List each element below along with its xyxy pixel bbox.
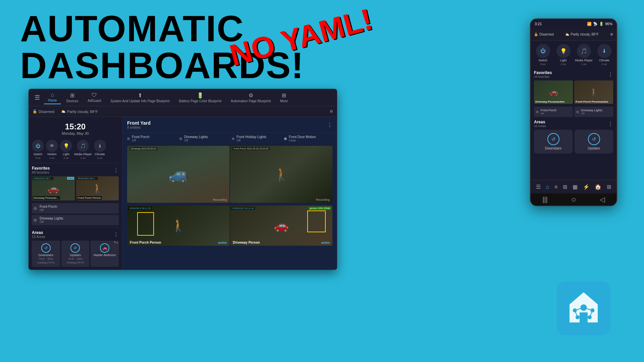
title-line1: AUTOMATIC bbox=[20, 10, 228, 47]
frontporch-entity[interactable]: Front Porch Off bbox=[127, 135, 175, 142]
entity-row: Front Porch Off Driveway Lights Off Fron… bbox=[122, 133, 337, 144]
nav-item-home[interactable]: ⌂ Home bbox=[44, 90, 61, 104]
frontporch-cam-thumb[interactable]: 05/30/2022 09:1... 🚶 Front Porch Person bbox=[76, 176, 119, 200]
downstairs-icon: ↺ bbox=[41, 243, 51, 253]
drivelight-name: Driveway Lights bbox=[40, 217, 63, 220]
ha-right-node bbox=[590, 308, 594, 312]
phone-favorites-header: Favorites All favorites ⋮ bbox=[531, 69, 616, 79]
frontporch-clip-person-icon: 🚶 bbox=[171, 219, 186, 233]
driveway-clip[interactable]: 🚗 05/30/2022 09:11:42 person: 83% 23548 … bbox=[230, 205, 332, 246]
phone-bottom-navbar: ☰ ⌂ ≡ ⊞ ▦ ⚡ 🏠 ⊞ bbox=[531, 180, 616, 193]
phone-switch-device[interactable]: ⏻ Switch 5 on bbox=[534, 44, 552, 66]
nav-item-system[interactable]: ⬆ System And Update Info Page Blueprint bbox=[106, 91, 173, 104]
driveway-feed-bg: 🚙 bbox=[127, 146, 229, 203]
upstairs-name: Upstairs bbox=[70, 253, 81, 257]
frontporch-light-name: Front Porch bbox=[40, 205, 57, 208]
nav-adguard-label: AdGuard bbox=[88, 99, 101, 103]
nav-more-label: More bbox=[280, 99, 288, 103]
android-recents-btn[interactable]: ◁ bbox=[600, 195, 605, 203]
motion-device[interactable]: 👁 Motion 1 on bbox=[46, 140, 58, 160]
phone-cam-grid: 🚗 Driveway Personactive 🚶 Front Porch Pe… bbox=[531, 79, 616, 105]
phone-nav-apps-icon[interactable]: ⊞ bbox=[607, 184, 611, 190]
phone-areas-more[interactable]: ⋮ bbox=[608, 121, 613, 127]
drivelight-entity-status: Off bbox=[184, 139, 208, 142]
nav-item-more[interactable]: ⊞ More bbox=[276, 91, 292, 104]
phone-frontporch-light[interactable]: Front Porch off bbox=[534, 107, 573, 117]
areas-more-button[interactable]: ⋮ bbox=[113, 231, 119, 238]
frontporch-feed[interactable]: 🚶 Front Porch 2022-05-30 20:20:25 Record… bbox=[230, 146, 332, 203]
switch-device[interactable]: ⏻ Switch 5 on bbox=[32, 140, 44, 160]
drivelight-status: Off bbox=[40, 220, 63, 224]
android-home-btn[interactable]: ○ bbox=[571, 195, 576, 204]
phone-nav-list-icon[interactable]: ≡ bbox=[554, 184, 557, 190]
phone-frontporch-light-name: Front Porch bbox=[541, 109, 556, 112]
frontporch-clip[interactable]: 🚶 05/30/2022 09:11:52 Front Porch Person… bbox=[127, 205, 229, 246]
nav-item-devices[interactable]: ⊞ Devices bbox=[62, 91, 83, 104]
phone-favorites-sub: All favorites bbox=[534, 75, 552, 78]
nav-item-battery[interactable]: 🔋 Battery Page Color Blueprint bbox=[175, 91, 226, 104]
mediaplayer-device[interactable]: 🎵 Media Player 1 on bbox=[74, 140, 92, 160]
home-assistant-logo bbox=[557, 282, 610, 335]
dashboard-navbar: ☰ ⌂ Home ⊞ Devices 🛡 AdGuard ⬆ System An… bbox=[29, 89, 337, 106]
doormotion-entity[interactable]: Front Door Motion Clear bbox=[284, 135, 332, 142]
settings-icon[interactable]: ⚙ bbox=[330, 109, 333, 114]
upstairs-area[interactable]: ↺ Upstairs 75.6° - 52% Cooling (75°F) bbox=[61, 241, 90, 267]
phone-nav-table-icon[interactable]: ▦ bbox=[573, 184, 578, 190]
weather-status: ⛅ Partly cloudy, 88°F bbox=[61, 109, 98, 114]
phone-wifi-icon: 📡 bbox=[593, 22, 598, 26]
driveway-cam-label: Driveway Personac... bbox=[33, 196, 60, 200]
drivelight-item[interactable]: Driveway Lights Off bbox=[32, 215, 119, 225]
phone-upstairs-area[interactable]: ↺ Upstairs bbox=[575, 130, 613, 154]
favorites-cam-grid: 05/30/2022 09:1... 23348 🚗 Driveway Pers… bbox=[32, 175, 119, 202]
doormotion-entity-info: Front Door Motion Clear bbox=[289, 135, 316, 142]
phone-favorites-more[interactable]: ⋮ bbox=[608, 71, 613, 78]
phone-porch-cam[interactable]: 🚶 Front Porch Personactive bbox=[574, 80, 613, 104]
phone-downstairs-area[interactable]: ↺ Downstairs bbox=[534, 130, 573, 154]
master-bedroom-area[interactable]: 📍9 🚗 Master Bedroom bbox=[91, 241, 119, 267]
favorites-more-button[interactable]: ⋮ bbox=[113, 167, 119, 173]
mediaplayer-count: 1 on bbox=[80, 157, 86, 160]
phone-areas-title-group: Areas 15 Areas bbox=[534, 120, 546, 128]
nav-home-label: Home bbox=[48, 99, 57, 102]
phone-settings-icon[interactable]: ⚙ bbox=[610, 33, 613, 36]
phone-frontporch-light-info: Front Porch off bbox=[541, 109, 556, 115]
downstairs-area[interactable]: ↺ Downstairs 74.3° - 55% Cooling (73°F) bbox=[32, 241, 60, 267]
dashboard-sidebar: 15:20 Monday, May 30 ⏻ Switch 5 on 👁 Mot… bbox=[29, 117, 122, 270]
switch-label: Switch bbox=[34, 153, 43, 156]
climate-device[interactable]: 🌡 Climate 2 on bbox=[94, 140, 106, 160]
holidaylights-entity[interactable]: Front Holiday Lights Off bbox=[232, 135, 280, 142]
front-yard-more[interactable]: ⋮ bbox=[327, 122, 332, 128]
phone-climate-device[interactable]: 🌡 Climate 2 on bbox=[595, 44, 613, 66]
phone-mediaplayer-device[interactable]: 🎵 Media Player 1 on bbox=[575, 44, 593, 66]
phone-nav-energy-icon[interactable]: ⚡ bbox=[583, 184, 590, 190]
switch-count: 5 on bbox=[35, 157, 41, 160]
nav-item-adguard[interactable]: 🛡 AdGuard bbox=[84, 91, 105, 104]
phone-nav-menu-icon[interactable]: ☰ bbox=[536, 184, 541, 190]
frontporch-light-item[interactable]: Front Porch Off bbox=[32, 203, 119, 214]
light-device[interactable]: 💡 Light 2 on bbox=[60, 140, 72, 160]
holidaylights-entity-status: Off bbox=[236, 139, 266, 142]
phone-signal-icon: 📶 bbox=[587, 22, 592, 26]
phone-climate-count: 2 on bbox=[602, 63, 607, 66]
phone-light-label: Light bbox=[560, 59, 567, 62]
android-back-btn[interactable]: ||| bbox=[542, 196, 548, 203]
phone-driveway-cam[interactable]: 🚗 Driveway Personactive bbox=[534, 80, 573, 104]
phone-devices-grid: ⏻ Switch 5 on 💡 Light 2 on 🎵 Media Playe… bbox=[531, 41, 616, 69]
front-yard-info: Front Yard 8 entities bbox=[127, 120, 151, 129]
front-yard-entities-count: 8 entities bbox=[127, 126, 151, 129]
frontporch-clip-label: Front Porch Person bbox=[130, 241, 161, 244]
phone-driveway-cam-icon: 🚗 bbox=[549, 88, 558, 97]
drivelight-entity[interactable]: Driveway Lights Off bbox=[179, 135, 228, 142]
nav-item-automation[interactable]: ⚙ Automation Page Blueprint bbox=[227, 91, 275, 104]
areas-grid: ↺ Downstairs 74.3° - 55% Cooling (73°F) … bbox=[32, 239, 119, 268]
hamburger-menu[interactable]: ☰ bbox=[32, 94, 43, 101]
climate-count: 2 on bbox=[97, 157, 103, 160]
phone-drivelight-light[interactable]: Driveway Lights Off bbox=[574, 107, 613, 117]
phone-nav-grid-icon[interactable]: ⊞ bbox=[563, 184, 567, 190]
phone-light-device[interactable]: 💡 Light 2 on bbox=[554, 44, 572, 66]
phone-nav-home-icon[interactable]: ⌂ bbox=[546, 184, 549, 190]
phone-nav-house-icon[interactable]: 🏠 bbox=[595, 184, 601, 190]
frontporch-light-dot bbox=[34, 207, 37, 210]
driveway-cam-thumb[interactable]: 05/30/2022 09:1... 23348 🚗 Driveway Pers… bbox=[32, 176, 75, 200]
driveway-feed[interactable]: 🚙 Driveway 2022:05:26:24 Recording bbox=[127, 146, 229, 203]
